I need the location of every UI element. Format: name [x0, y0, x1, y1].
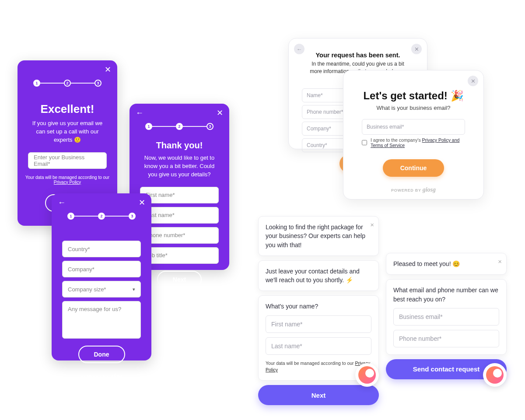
step-line: [152, 126, 176, 127]
stepper: 1 2 3: [145, 123, 214, 130]
footer-label: POWERED BY: [79, 374, 109, 379]
placeholder-text: Company size*: [68, 286, 106, 293]
agree-row: I agree to the company's Privacy Policy …: [362, 137, 465, 148]
powered-by-footer: POWERED BYgiosg: [157, 298, 202, 305]
placeholder-text: Any message for us?: [68, 306, 121, 312]
chat-launcher-icon[interactable]: [483, 363, 507, 387]
business-email-input[interactable]: Business email*: [362, 119, 465, 135]
placeholder-text: Business email*: [367, 124, 404, 130]
close-icon[interactable]: ×: [498, 257, 502, 266]
powered-by-footer: POWERED BYgiosg: [351, 186, 476, 193]
close-icon[interactable]: ✕: [217, 109, 223, 117]
message-textarea[interactable]: Any message for us?: [62, 301, 141, 339]
placeholder-text: Company*: [68, 266, 94, 273]
modal-title: Let's get started! 🎉: [351, 90, 476, 102]
placeholder-text: Phone number*: [146, 232, 185, 238]
footer-label: POWERED BY: [391, 188, 421, 192]
step-line: [71, 83, 94, 84]
business-email-input[interactable]: Enter your Business Email*: [28, 152, 107, 169]
step-3: 3: [129, 213, 136, 220]
company-input[interactable]: Company*: [62, 261, 141, 277]
business-email-input[interactable]: Business email*: [393, 308, 499, 326]
privacy-policy-link[interactable]: Privacy Policy: [54, 180, 81, 185]
chat-message: Just leave your contact details and we'l…: [258, 260, 379, 291]
step-3: 3: [94, 80, 102, 87]
footer-label: POWERED BY: [157, 300, 187, 304]
chat-form-bubble: What email and phone number can we best …: [386, 279, 507, 355]
message-text: Looking to find the right package for yo…: [266, 224, 365, 248]
step-line: [183, 126, 206, 127]
placeholder-text: Last name*: [271, 342, 302, 350]
step-1: 1: [145, 123, 152, 130]
chat-message: × Looking to find the right package for …: [258, 216, 379, 256]
modal-subtitle: Now, we would like to get to know you a …: [130, 150, 229, 179]
first-name-input[interactable]: First name*: [140, 187, 219, 203]
chevron-down-icon: ▾: [133, 287, 135, 292]
last-name-input[interactable]: Last name*: [140, 207, 219, 224]
step-line: [105, 216, 129, 217]
step-1: 1: [67, 213, 74, 220]
close-icon[interactable]: ×: [370, 220, 374, 230]
step-2: 2: [98, 213, 105, 220]
placeholder-text: First name*: [271, 320, 303, 329]
placeholder-text: Country*: [68, 246, 90, 252]
modal-title: Your request has been sent.: [297, 52, 419, 59]
white-modal-get-started: ✕ Let's get started! 🎉 What is your busi…: [343, 70, 484, 200]
message-text: Just leave your contact details and we'l…: [266, 268, 360, 284]
message-text: What's your name?: [266, 302, 371, 311]
done-button[interactable]: Done: [78, 346, 125, 363]
close-icon[interactable]: ✕: [105, 66, 111, 74]
stepper: 1 2 3: [33, 80, 102, 87]
brand-logo: giosg: [423, 186, 436, 193]
step-1: 1: [33, 80, 40, 87]
powered-by-footer: POWERED BYgiosg: [79, 373, 124, 380]
brand-logo: giosg: [189, 298, 202, 304]
chat-message: × Pleased to meet you! 😊: [386, 253, 507, 275]
message-text: What email and phone number can we best …: [393, 286, 499, 304]
agree-pre: I agree to the company's: [371, 137, 421, 143]
back-arrow-icon[interactable]: ←: [58, 199, 66, 206]
agree-text: I agree to the company's Privacy Policy …: [371, 137, 465, 148]
placeholder-text: Business email*: [399, 312, 443, 321]
placeholder-text: Company*: [307, 126, 331, 132]
back-arrow-icon[interactable]: ←: [294, 44, 304, 54]
step-2: 2: [176, 123, 183, 130]
placeholder-text: Enter your Business Email*: [34, 154, 101, 167]
message-text: Pleased to meet you! 😊: [393, 260, 460, 267]
close-icon[interactable]: ✕: [139, 199, 145, 206]
brand-logo: giosg: [111, 373, 124, 379]
step-3: 3: [206, 123, 214, 130]
last-name-input[interactable]: Last name*: [266, 337, 371, 355]
close-icon[interactable]: ✕: [411, 44, 422, 54]
phone-input[interactable]: Phone number*: [393, 330, 499, 347]
stepper: 1 2 3: [67, 213, 136, 220]
modal-title: Excellent!: [41, 102, 94, 116]
modal-title: Thank you!: [156, 140, 203, 150]
chat-popup-right: × Pleased to meet you! 😊 What email and …: [386, 253, 507, 379]
placeholder-text: Name*: [307, 92, 323, 98]
agree-checkbox[interactable]: [362, 140, 367, 145]
country-input[interactable]: Country*: [62, 241, 141, 257]
modal-subtitle: If you give us your email we can set up …: [18, 116, 117, 144]
next-button[interactable]: Next: [157, 271, 202, 288]
step-2: 2: [64, 80, 71, 87]
continue-button[interactable]: Continue: [383, 159, 444, 177]
chat-launcher-icon[interactable]: [355, 363, 379, 387]
privacy-pre: Your data will be managed according to o…: [25, 175, 109, 180]
placeholder-text: Phone number*: [307, 109, 343, 115]
company-size-select[interactable]: Company size* ▾: [62, 281, 141, 298]
privacy-note: Your data will be managed according to o…: [25, 175, 109, 185]
placeholder-text: Phone number*: [399, 334, 441, 343]
purple-modal-step3: ← ✕ 1 2 3 Country* Company* Company size…: [52, 193, 151, 360]
phone-input[interactable]: Phone number*: [140, 227, 219, 244]
job-title-input[interactable]: Job title*: [140, 247, 219, 264]
step-line: [40, 83, 64, 84]
first-name-input[interactable]: First name*: [266, 315, 371, 333]
back-arrow-icon[interactable]: ←: [136, 109, 144, 117]
placeholder-text: Country*: [307, 142, 327, 148]
next-button[interactable]: Next: [258, 385, 379, 405]
step-line: [74, 216, 98, 217]
close-icon[interactable]: ✕: [468, 76, 478, 86]
modal-question: What is your business email?: [351, 105, 476, 111]
privacy-pre: Your data will be managed according to o…: [266, 360, 354, 366]
